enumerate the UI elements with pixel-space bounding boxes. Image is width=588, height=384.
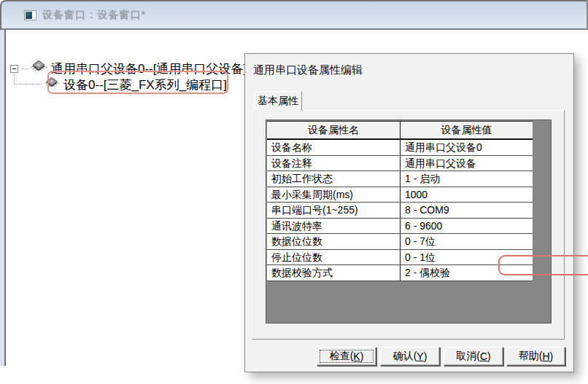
window-title: 设备窗口 : 设备窗口* [42, 9, 146, 22]
button-shortcut: Y [417, 350, 423, 362]
property-name: 停止位位数 [267, 250, 400, 265]
property-value[interactable]: 8 - COM9 [400, 203, 533, 218]
property-table: 设备属性名 设备属性值 设备名称通用串口父设备0 设备注释通用串口父设备 初始工… [267, 121, 533, 281]
button-label: ) [360, 350, 364, 362]
chip-icon [44, 77, 60, 93]
tree-item-label: 设备0--[三菱_FX系列_编程口] [63, 77, 227, 93]
table-row: 数据位位数0 - 7位 [267, 234, 533, 250]
property-value[interactable]: 0 - 1位 [400, 250, 533, 265]
column-header-name: 设备属性名 [267, 122, 400, 138]
window-titlebar: 设备窗口 : 设备窗口* [0, 0, 588, 30]
button-label: ) [487, 350, 491, 362]
tree-item-parent-device[interactable]: 通用串口父设备0--[通用串口父设备] [10, 60, 247, 77]
table-row: 初始工作状态1 - 启动 [267, 171, 533, 187]
table-header-row: 设备属性名 设备属性值 [267, 122, 533, 140]
property-value[interactable]: 1 - 启动 [400, 171, 533, 187]
column-header-value: 设备属性值 [400, 122, 533, 138]
property-name: 设备名称 [267, 140, 400, 155]
property-value[interactable]: 2 - 偶校验 [400, 265, 533, 281]
tree-item-child-device[interactable]: 设备0--[三菱_FX系列_编程口] [44, 77, 227, 93]
table-row: 设备名称通用串口父设备0 [267, 140, 533, 156]
property-name: 数据位位数 [267, 234, 400, 249]
tree-connector-horizontal [14, 84, 42, 85]
property-name: 最小采集周期(ms) [267, 187, 400, 203]
button-label: 检查( [330, 350, 354, 363]
property-value[interactable]: 6 - 9600 [400, 219, 533, 234]
dialog-title: 通用串口设备属性编辑 [253, 63, 363, 77]
property-value[interactable]: 通用串口父设备0 [400, 140, 533, 155]
tree-item-label: 通用串口父设备0--[通用串口父设备] [51, 60, 247, 77]
screen: 设备窗口 : 设备窗口* 通用串口父设备0--[ [0, 0, 588, 384]
tree-connector [21, 68, 28, 69]
chip-icon [30, 60, 47, 77]
button-shortcut: H [542, 350, 549, 362]
tab-basic-properties[interactable]: 基本属性 [254, 91, 302, 111]
cancel-button[interactable]: 取消(C) [444, 347, 503, 366]
property-value[interactable]: 0 - 7位 [400, 234, 533, 249]
button-label: 帮助( [519, 350, 543, 363]
table-row: 设备注释通用串口父设备 [267, 156, 533, 172]
table-row: 最小采集周期(ms)1000 [267, 187, 533, 203]
table-row: 数据校验方式2 - 偶校验 [267, 265, 533, 281]
button-label: 取消( [456, 350, 480, 363]
table-row-serial-port: 串口端口号(1~255)8 - COM9 [267, 203, 533, 219]
confirm-button[interactable]: 确认(Y) [380, 347, 440, 366]
button-label: 确认( [393, 350, 417, 363]
property-name: 通讯波特率 [267, 219, 400, 234]
window-icon [24, 10, 36, 20]
property-name: 串口端口号(1~255) [267, 203, 400, 218]
device-property-dialog: 通用串口设备属性编辑 基本属性 设备属性名 设备属性值 设备名称通用串口父设备0… [244, 53, 574, 372]
table-row: 停止位位数0 - 1位 [267, 250, 533, 266]
property-value[interactable]: 通用串口父设备 [400, 156, 533, 171]
check-button[interactable]: 检查(K) [317, 347, 376, 366]
property-name: 设备注释 [267, 156, 400, 171]
button-shortcut: C [480, 350, 487, 362]
tree-expander-icon[interactable] [10, 65, 18, 73]
button-label: ) [550, 350, 554, 362]
button-label: ) [424, 350, 428, 362]
property-value[interactable]: 1000 [400, 187, 533, 203]
window-left-frame [0, 30, 6, 366]
help-button[interactable]: 帮助(H) [506, 347, 565, 366]
button-shortcut: K [353, 350, 360, 362]
table-row: 通讯波特率6 - 9600 [267, 219, 533, 235]
property-name: 数据校验方式 [267, 265, 400, 281]
property-name: 初始工作状态 [267, 171, 400, 187]
